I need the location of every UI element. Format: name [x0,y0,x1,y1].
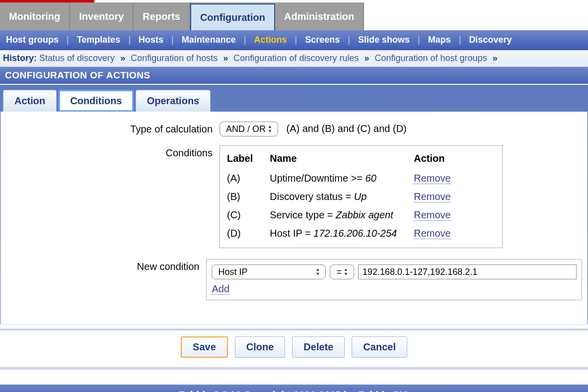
sub-nav-discovery[interactable]: Discovery [467,35,514,45]
content-area: Type of calculation AND / OR ▲▼ (A) and … [0,112,588,325]
new-condition-box: Host IP ▲▼ = ▲▼ Add [206,259,582,300]
sub-nav: Host groups| Templates| Hosts| Maintenan… [0,30,588,50]
calc-description: (A) and (B) and (C) and (D) [286,123,406,134]
row-conditions: Conditions Label Name Action (A) Uptime/… [6,145,582,250]
tab-operations[interactable]: Operations [136,90,211,112]
history-arrow-icon: » [220,53,231,63]
separator [0,367,588,370]
sub-nav-sep: | [165,35,180,45]
clone-button[interactable]: Clone [235,336,286,358]
sub-nav-slide-shows[interactable]: Slide shows [356,35,412,45]
calc-type-select-value: AND / OR [226,124,266,134]
cond-name-value: Up [354,191,367,202]
cond-label: (B) [225,188,268,206]
add-link[interactable]: Add [212,283,229,295]
history-item[interactable]: Configuration of discovery rules [233,53,359,63]
cond-name-prefix: Service type = [270,209,336,220]
select-stepper-icon: ▲▼ [344,266,352,278]
new-condition-operator-value: = [336,267,342,277]
sub-nav-sep: | [238,35,252,45]
button-row: Save Clone Delete Cancel [0,330,588,367]
history-arrow-icon: » [490,53,501,63]
main-nav-monitoring[interactable]: Monitoring [0,2,70,30]
sub-nav-sep: | [289,35,303,45]
cond-name-value: 172.16.206.10-254 [313,228,397,239]
remove-link[interactable]: Remove [414,173,450,184]
new-condition-type-value: Host IP [218,267,247,277]
conditions-table: Label Name Action (A) Uptime/Downtime >=… [225,150,466,243]
label-type-of-calculation: Type of calculation [6,122,220,135]
calc-type-select[interactable]: AND / OR ▲▼ [220,122,278,136]
sub-nav-sep: | [122,35,137,45]
main-nav: Monitoring Inventory Reports Configurati… [0,2,588,30]
row-new-condition: New condition Host IP ▲▼ = ▲▼ A [6,259,582,300]
sub-nav-templates[interactable]: Templates [75,35,123,45]
delete-button[interactable]: Delete [292,336,345,358]
tab-action[interactable]: Action [3,90,57,112]
remove-link[interactable]: Remove [414,228,450,239]
sub-nav-actions[interactable]: Actions [252,35,289,45]
cond-name: Discovery status = Up [268,188,412,206]
new-condition-type-select[interactable]: Host IP ▲▼ [212,264,326,279]
table-row: (C) Service type = Zabbix agent Remove [225,206,466,224]
tab-conditions[interactable]: Conditions [59,90,133,112]
history-item[interactable]: Configuration of hosts [131,53,218,63]
table-row: (D) Host IP = 172.16.206.10-254 Remove [225,224,466,243]
conditions-box: Label Name Action (A) Uptime/Downtime >=… [220,145,503,248]
cond-name-value: 60 [366,173,376,184]
cond-name-prefix: Uptime/Downtime >= [270,173,365,184]
main-nav-reports[interactable]: Reports [134,2,190,30]
cond-name: Host IP = 172.16.206.10-254 [268,224,412,243]
label-new-condition: New condition [6,259,206,272]
new-condition-operator-select[interactable]: = ▲▼ [330,264,354,279]
sub-nav-sep: | [412,35,426,45]
col-label: Label [225,150,268,169]
table-row: (B) Discovery status = Up Remove [225,188,466,206]
history-bar: History: Status of discovery » Configura… [0,50,588,67]
table-row: (A) Uptime/Downtime >= 60 Remove [225,169,466,188]
main-nav-configuration[interactable]: Configuration [190,3,275,30]
cond-name-prefix: Discovery status = [270,191,354,202]
select-stepper-icon: ▲▼ [315,266,323,278]
cond-label: (C) [225,206,268,224]
cond-name: Service type = Zabbix agent [268,206,412,224]
sub-nav-sep: | [61,35,75,45]
cond-name-value: Zabbix agent [336,209,393,220]
inner-tabs: Action Conditions Operations [3,90,588,112]
cond-label: (A) [225,169,268,188]
inner-tab-wrap: Action Conditions Operations Type of cal… [0,84,588,325]
page-title: CONFIGURATION OF ACTIONS [0,67,588,84]
cond-name-prefix: Host IP = [270,228,313,239]
history-item[interactable]: Configuration of host groups [374,53,487,63]
history-arrow-icon: » [361,53,372,63]
sub-nav-maintenance[interactable]: Maintenance [180,35,238,45]
cond-label: (D) [225,224,268,243]
main-nav-administration[interactable]: Administration [275,2,364,30]
main-nav-fill [364,2,588,30]
sub-nav-sep: | [453,35,467,45]
col-action: Action [412,150,465,169]
sub-nav-hosts[interactable]: Hosts [137,35,165,45]
sub-nav-host-groups[interactable]: Host groups [4,35,61,45]
history-label: History: [3,53,37,63]
col-name: Name [268,150,412,169]
conditions-header-row: Label Name Action [225,150,466,169]
new-condition-value-input[interactable] [358,264,577,279]
history-arrow-icon: » [117,53,128,63]
footer: Zabbix 2.2.11 Copyright 2001-2015 by Zab… [0,385,588,392]
history-item[interactable]: Status of discovery [39,53,115,63]
select-stepper-icon: ▲▼ [268,123,276,135]
save-button[interactable]: Save [181,336,228,358]
sub-nav-sep: | [342,35,356,45]
main-nav-inventory[interactable]: Inventory [70,2,134,30]
cond-name: Uptime/Downtime >= 60 [268,169,412,188]
label-conditions: Conditions [6,145,220,159]
remove-link[interactable]: Remove [414,209,450,221]
cancel-button[interactable]: Cancel [352,336,407,358]
remove-link[interactable]: Remove [414,191,450,202]
sub-nav-maps[interactable]: Maps [426,35,453,45]
sub-nav-screens[interactable]: Screens [303,35,342,45]
row-type-of-calculation: Type of calculation AND / OR ▲▼ (A) and … [6,122,582,136]
